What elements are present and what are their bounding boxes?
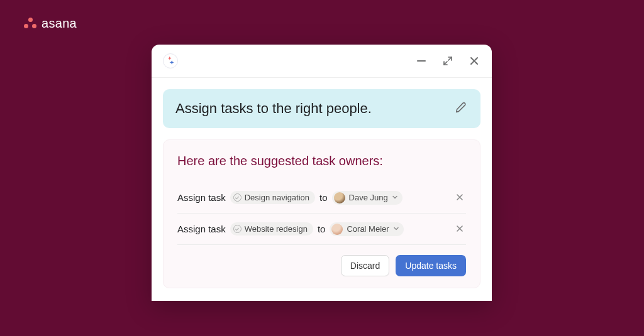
task-row-lead: Assign task — [177, 192, 226, 203]
ai-assign-modal: ✦ ✦ Assign tasks to the right people. — [152, 45, 492, 301]
remove-row-button[interactable] — [453, 221, 466, 237]
task-row-mid: to — [319, 192, 328, 203]
remove-row-button[interactable] — [453, 190, 466, 205]
asana-logo-icon — [24, 18, 36, 30]
minimize-button[interactable] — [415, 55, 428, 67]
expand-button[interactable] — [441, 55, 454, 67]
assignee-chip[interactable]: Coral Meier — [330, 222, 403, 236]
task-chip[interactable]: Website redesign — [230, 222, 313, 236]
edit-prompt-button[interactable] — [454, 100, 468, 117]
window-controls — [415, 55, 480, 67]
assignee-chip[interactable]: Dave Jung — [332, 191, 402, 205]
assignee-name: Dave Jung — [349, 193, 388, 202]
task-chip-label: Website redesign — [245, 224, 308, 234]
suggestion-panel: Here are the suggested task owners: Assi… — [163, 139, 480, 288]
task-chip-label: Design navigation — [245, 193, 309, 202]
suggestion-heading: Here are the suggested task owners: — [177, 154, 466, 168]
task-check-icon — [233, 193, 242, 202]
task-row-lead: Assign task — [177, 224, 226, 234]
update-tasks-button[interactable]: Update tasks — [396, 255, 466, 276]
close-button[interactable] — [468, 55, 480, 67]
modal-header: ✦ ✦ — [152, 45, 492, 78]
avatar-icon — [334, 192, 345, 203]
chevron-down-icon — [392, 193, 398, 202]
ai-prompt-box: Assign tasks to the right people. — [163, 89, 480, 128]
ai-prompt-text: Assign tasks to the right people. — [175, 100, 372, 117]
task-row: Assign task Website redesign to Coral Me… — [177, 214, 466, 245]
assignee-name: Coral Meier — [347, 224, 389, 234]
chevron-down-icon — [393, 224, 399, 234]
discard-button[interactable]: Discard — [341, 255, 389, 276]
asana-logo: asana — [24, 16, 77, 31]
action-bar: Discard Update tasks — [177, 255, 466, 276]
ai-sparkle-icon: ✦ ✦ — [163, 53, 178, 68]
asana-wordmark: asana — [42, 16, 77, 31]
task-row-mid: to — [318, 224, 326, 234]
task-check-icon — [233, 225, 242, 233]
avatar-icon — [331, 224, 343, 235]
task-row: Assign task Design navigation to Dave Ju… — [177, 182, 466, 214]
task-chip[interactable]: Design navigation — [230, 191, 315, 204]
